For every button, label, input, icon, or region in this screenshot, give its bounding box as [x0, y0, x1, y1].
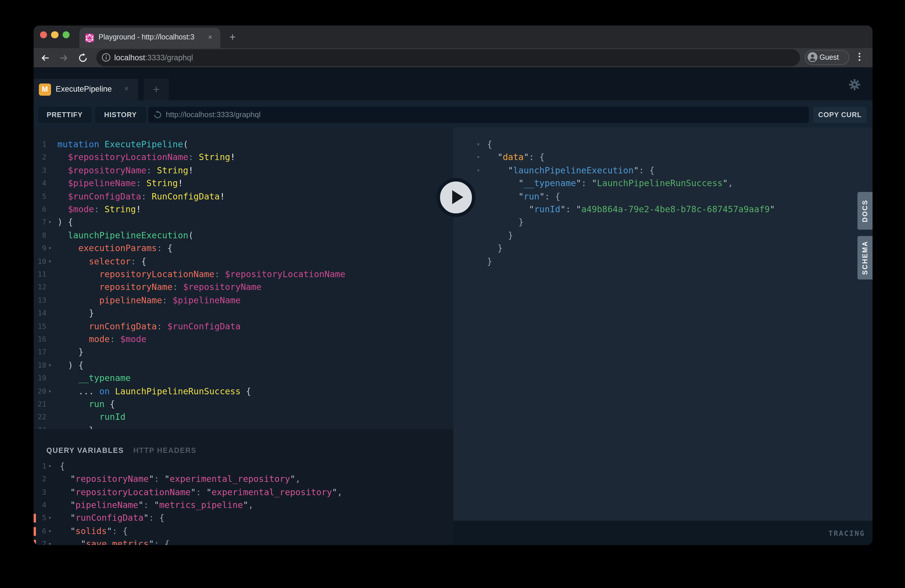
code-line[interactable]: 3 "repositoryLocationName": "experimenta…	[33, 486, 453, 499]
code-line[interactable]: 1mutation ExecutePipeline(	[33, 138, 453, 151]
code-line[interactable]: "runId": "a49b864a-79e2-4be8-b78c-687457…	[453, 203, 873, 216]
fold-arrow-icon[interactable]: ▾	[48, 512, 52, 525]
new-tab-button[interactable]: +	[227, 32, 238, 43]
code-token	[57, 373, 78, 383]
code-text: "solids": {	[60, 525, 128, 538]
code-line[interactable]: 6 $mode: String!	[33, 203, 453, 216]
code-token: experimental_repository	[212, 487, 332, 497]
browser-menu-icon[interactable]	[858, 52, 861, 63]
code-line[interactable]: 3 $repositoryName: String!	[33, 164, 453, 177]
code-line[interactable]: 11 repositoryLocationName: $repositoryLo…	[33, 268, 453, 281]
site-info-icon[interactable]	[101, 53, 110, 62]
address-bar[interactable]: localhost:3333/graphql	[96, 49, 800, 66]
code-line[interactable]: 1▾{	[33, 460, 453, 473]
code-line[interactable]: 18▾ ) {	[33, 359, 453, 372]
fold-arrow-icon[interactable]: ▾	[476, 164, 480, 177]
code-line[interactable]: 22 runId	[33, 411, 453, 424]
fold-arrow-icon[interactable]: ▾	[476, 138, 480, 151]
fold-arrow-icon[interactable]: ▾	[48, 525, 52, 538]
browser-tab-strip: Playground - http://localhost:3 × +	[33, 25, 873, 48]
code-line[interactable]: 14 }	[33, 307, 453, 320]
code-line[interactable]: 2 $repositoryLocationName: String!	[33, 151, 453, 164]
code-token: "	[560, 204, 565, 215]
endpoint-input[interactable]: http://localhost:3333/graphql	[148, 107, 809, 123]
code-line[interactable]: 13 pipelineName: $pipelineName	[33, 294, 453, 307]
code-token	[57, 256, 89, 267]
code-token: ,	[728, 178, 733, 189]
session-tab-executepipeline[interactable]: M ExecutePipeline ×	[33, 79, 138, 101]
code-text: $runConfigData: RunConfigData!	[57, 190, 225, 203]
code-line[interactable]: }	[453, 255, 873, 268]
code-line[interactable]: 4 "pipelineName": "metrics_pipeline",	[33, 499, 453, 512]
code-line[interactable]: 7▾ "save_metrics": {	[33, 537, 453, 545]
code-line[interactable]: 23 }	[33, 424, 453, 429]
code-line[interactable]: 17 }	[33, 346, 453, 359]
code-line[interactable]: 4 $pipelineName: String!	[33, 177, 453, 190]
tab-close-icon[interactable]: ×	[205, 32, 215, 42]
code-line[interactable]: 12 repositoryName: $repositoryName	[33, 281, 453, 294]
fold-arrow-icon[interactable]: ▾	[48, 537, 52, 545]
minimize-window-button[interactable]	[51, 31, 59, 38]
query-editor[interactable]: 1mutation ExecutePipeline(2 $repositoryL…	[33, 127, 453, 429]
code-line[interactable]: 6▾ "solids": {	[33, 525, 453, 538]
schema-tab[interactable]: SCHEMA	[857, 236, 873, 279]
tab-query-variables[interactable]: QUERY VARIABLES	[46, 446, 124, 455]
copy-curl-button[interactable]: COPY CURL	[813, 107, 867, 123]
history-button[interactable]: HISTORY	[95, 107, 146, 123]
code-token: String	[157, 165, 188, 176]
tracing-label[interactable]: TRACING	[829, 529, 865, 537]
forward-icon[interactable]	[59, 52, 69, 63]
code-line[interactable]: 5▾ "runConfigData": {	[33, 512, 453, 525]
url-host: localhost	[114, 53, 145, 62]
fold-arrow-icon[interactable]: ▾	[48, 242, 52, 255]
code-line[interactable]: 21 run {	[33, 398, 453, 411]
fold-arrow-icon[interactable]: ▾	[48, 359, 52, 372]
code-line[interactable]: 10▾ selector: {	[33, 255, 453, 268]
close-window-button[interactable]	[40, 31, 47, 38]
fold-arrow-icon[interactable]: ▾	[48, 216, 52, 229]
code-token: }	[89, 425, 94, 429]
tab-http-headers[interactable]: HTTP HEADERS	[133, 446, 197, 455]
code-line[interactable]: 7▾) {	[33, 216, 453, 229]
code-line[interactable]: "__typename": "LaunchPipelineRunSuccess"…	[453, 177, 873, 190]
code-token: "	[107, 526, 112, 536]
code-line[interactable]: 20▾ ... on LaunchPipelineRunSuccess {	[33, 385, 453, 398]
profile-button[interactable]: Guest	[804, 50, 849, 65]
code-text: "runId": "a49b864a-79e2-4be8-b78c-687457…	[487, 203, 775, 216]
fold-arrow-icon[interactable]: ▾	[48, 460, 52, 473]
code-token: }	[487, 256, 492, 267]
code-text: pipelineName: $pipelineName	[57, 294, 241, 307]
code-line[interactable]: 9▾ executionParams: {	[33, 242, 453, 255]
code-text: repositoryName: $repositoryName	[57, 281, 262, 294]
code-line[interactable]: ▾{	[453, 138, 873, 151]
code-line[interactable]: }	[453, 229, 873, 242]
code-line[interactable]: ▾ "data": {	[453, 151, 873, 164]
settings-gear-icon[interactable]	[848, 78, 861, 91]
code-token: :	[112, 526, 122, 536]
reload-icon[interactable]	[78, 52, 88, 63]
code-line[interactable]: }	[453, 242, 873, 255]
code-line[interactable]: 5 $runConfigData: RunConfigData!	[33, 190, 453, 203]
code-line[interactable]: 2 "repositoryName": "experimental_reposi…	[33, 473, 453, 486]
browser-tab[interactable]: Playground - http://localhost:3 ×	[79, 28, 220, 48]
fold-arrow-icon[interactable]: ▾	[476, 151, 480, 164]
code-line[interactable]: 16 mode: $mode	[33, 333, 453, 346]
code-token: "	[138, 500, 143, 510]
code-line[interactable]: 15 runConfigData: $runConfigData	[33, 320, 453, 333]
fold-arrow-icon[interactable]: ▾	[48, 385, 52, 398]
code-line[interactable]: ▾ "launchPipelineExecution": {	[453, 164, 873, 177]
code-token: $mode	[120, 334, 146, 345]
code-line[interactable]: 19 __typename	[33, 372, 453, 385]
prettify-button[interactable]: PRETTIFY	[38, 107, 91, 123]
new-session-button[interactable]: +	[144, 79, 169, 101]
zoom-window-button[interactable]	[63, 31, 70, 38]
code-line[interactable]: 8 launchPipelineExecution(	[33, 229, 453, 242]
fold-arrow-icon[interactable]: ▾	[48, 255, 52, 268]
docs-tab[interactable]: DOCS	[857, 192, 873, 230]
session-close-icon[interactable]: ×	[122, 84, 131, 93]
code-line[interactable]: }	[453, 216, 873, 229]
back-icon[interactable]	[40, 52, 51, 63]
execute-query-button[interactable]	[436, 178, 475, 216]
code-line[interactable]: "run": {	[453, 190, 873, 203]
reload-schema-icon[interactable]	[153, 110, 162, 119]
